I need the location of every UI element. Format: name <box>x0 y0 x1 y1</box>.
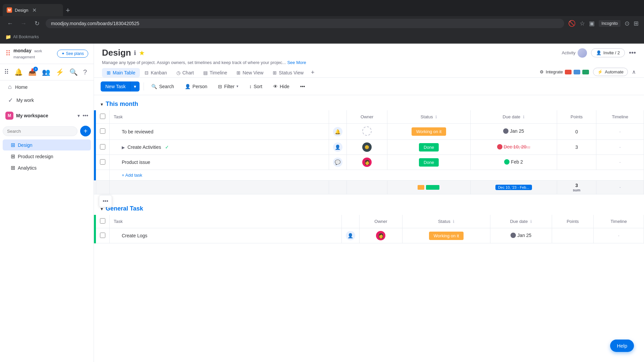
general-row-1-due-date-cell[interactable]: Jan 25 <box>490 228 552 243</box>
profile-icon[interactable]: ⊙ <box>625 20 630 27</box>
new-task-button[interactable]: New Task ▾ <box>101 81 140 92</box>
row-3-task-cell[interactable]: Product issue <box>110 155 329 170</box>
row-checkbox-cell[interactable] <box>96 155 110 170</box>
general-due-info-icon[interactable]: ℹ <box>530 219 532 224</box>
row-2-timeline-cell[interactable]: - <box>596 140 644 155</box>
row-3-timeline-cell[interactable]: - <box>596 155 644 170</box>
general-checkbox-header[interactable] <box>96 215 110 228</box>
general-row-1-task-cell[interactable]: Create Logs <box>110 228 342 243</box>
board-item-design[interactable]: ⊞ Design <box>3 139 91 150</box>
integrate-button[interactable]: ⚙ Integrate <box>540 69 589 74</box>
row-3-points-cell[interactable] <box>557 155 596 170</box>
add-task-row[interactable]: + Add task <box>94 170 644 181</box>
row-1-owner-cell[interactable] <box>346 124 387 140</box>
help-icon[interactable]: ? <box>83 68 87 76</box>
row-2-status-cell[interactable]: Done <box>387 140 470 155</box>
see-more-link[interactable]: See More <box>287 60 306 65</box>
collapse-icon[interactable]: ∧ <box>632 69 636 75</box>
tab-chart[interactable]: ◷ Chart <box>172 68 199 77</box>
board-info-icon[interactable]: ℹ <box>134 49 136 57</box>
row-1-task-cell[interactable]: To be reviewed <box>110 124 329 140</box>
tab-status-view[interactable]: ⊞ Status View <box>268 68 308 77</box>
row-2-checkbox[interactable] <box>100 144 105 149</box>
board-item-product-redesign[interactable]: ⊞ Product redesign <box>3 151 91 162</box>
apps-icon[interactable]: ⠿ <box>4 68 9 76</box>
tab-timeline[interactable]: ▤ Timeline <box>199 68 232 77</box>
tab-kanban[interactable]: ⊟ Kanban <box>140 68 171 77</box>
integration-icon[interactable]: ⚡ <box>56 68 64 76</box>
workspace-chevron-icon[interactable]: ▾ <box>77 113 80 118</box>
row-2-due-date-cell[interactable]: Dec 10, 20... <box>470 140 557 155</box>
general-row-1-owner-cell[interactable]: 👩 <box>359 228 402 243</box>
help-button[interactable]: Help <box>610 340 634 352</box>
extension-icon[interactable]: ⊞ <box>634 20 639 27</box>
checkbox-header[interactable] <box>96 110 110 124</box>
workspace-more-icon[interactable]: ••• <box>83 113 88 119</box>
row-2-points-cell[interactable]: 3 <box>557 140 596 155</box>
row-actions-dots[interactable]: ••• <box>101 197 110 205</box>
row-3-checkbox[interactable] <box>100 159 105 165</box>
all-bookmarks-link[interactable]: All Bookmarks <box>13 35 39 39</box>
add-task-cell[interactable]: + Add task <box>110 170 644 181</box>
row-1-due-date-cell[interactable]: Jan 25 <box>470 124 557 140</box>
row-1-status-cell[interactable]: Working on it <box>387 124 470 140</box>
sort-button[interactable]: ↕ Sort <box>246 82 266 91</box>
bell-icon[interactable]: 🔔 <box>14 68 23 76</box>
general-row-1-status-cell[interactable]: Working on it <box>402 228 490 243</box>
row-1-points-cell[interactable]: 0 <box>557 124 596 140</box>
row-2-avatar-icon[interactable]: 👤 <box>333 142 342 152</box>
activity-button[interactable]: Activity <box>562 48 587 58</box>
sidebar-browser-icon[interactable]: ▣ <box>589 20 595 27</box>
tab-main-table[interactable]: ⊞ Main Table <box>102 68 140 77</box>
this-month-chevron-icon[interactable]: ▾ <box>101 102 103 107</box>
sidebar-item-home[interactable]: ⌂ Home <box>3 81 91 93</box>
invite-button[interactable]: 👤 Invite / 2 <box>591 48 625 57</box>
row-2-task-cell[interactable]: ▶ Create Activities ✓ <box>110 140 329 155</box>
row-2-owner-cell[interactable]: 😊 <box>346 140 387 155</box>
forward-button[interactable]: → <box>19 20 28 27</box>
row-2-expand-icon[interactable]: ▶ <box>122 145 125 150</box>
reload-button[interactable]: ↻ <box>32 20 42 27</box>
row-3-owner-cell[interactable]: 👩 <box>346 155 387 170</box>
row-checkbox-cell[interactable] <box>96 124 110 140</box>
tab-close-button[interactable]: ✕ <box>32 7 37 13</box>
row-3-due-date-cell[interactable]: Feb 2 <box>470 155 557 170</box>
workspace-header[interactable]: M My workspace ▾ ••• <box>5 110 88 122</box>
sidebar-item-mywork[interactable]: ✓ My work <box>3 94 91 107</box>
hide-button[interactable]: 👁 Hide <box>270 82 293 91</box>
back-button[interactable]: ← <box>5 20 15 27</box>
new-task-arrow-icon[interactable]: ▾ <box>130 81 140 92</box>
inbox-icon[interactable]: 📥3 <box>28 68 37 76</box>
bookmark-icon[interactable]: ☆ <box>580 20 585 27</box>
status-info-icon[interactable]: ℹ <box>435 115 437 119</box>
general-row-1-timeline-cell[interactable]: - <box>594 228 644 243</box>
more-options-button[interactable]: ••• <box>297 82 309 91</box>
filter-button[interactable]: ⊟ Filter ▾ <box>215 82 242 91</box>
due-date-info-icon[interactable]: ℹ <box>523 115 525 119</box>
general-status-info-icon[interactable]: ℹ <box>453 219 454 224</box>
automate-button[interactable]: ⚡ Automate <box>593 68 628 76</box>
people-icon[interactable]: 👥 <box>42 68 50 76</box>
select-all-checkbox[interactable] <box>100 114 105 119</box>
address-bar-input[interactable] <box>46 19 564 28</box>
general-row-1-checkbox[interactable] <box>100 233 105 238</box>
browser-tab-active[interactable]: M Design ✕ <box>3 4 63 16</box>
sidebar-add-button[interactable]: + <box>80 126 91 136</box>
tab-new-view[interactable]: ⊞ New View <box>232 68 268 77</box>
sidebar-search-input[interactable] <box>3 126 77 136</box>
general-row-1-points-cell[interactable] <box>552 228 593 243</box>
general-select-all-checkbox[interactable] <box>100 218 105 224</box>
row-1-checkbox[interactable] <box>100 128 105 134</box>
add-view-button[interactable]: + <box>308 68 317 77</box>
row-checkbox-cell[interactable] <box>96 140 110 155</box>
general-row-checkbox-cell[interactable] <box>96 228 110 243</box>
search-topbar-icon[interactable]: 🔍 <box>69 68 78 76</box>
row-1-timeline-cell[interactable]: - <box>596 124 644 140</box>
board-item-analytics[interactable]: ⊞ Analytics <box>3 162 91 173</box>
new-tab-button[interactable]: + <box>63 5 73 16</box>
this-month-title[interactable]: This month <box>106 101 138 108</box>
search-button[interactable]: 🔍 Search <box>148 82 177 91</box>
person-button[interactable]: 👤 Person <box>181 82 211 91</box>
row-3-status-cell[interactable]: Done <box>387 155 470 170</box>
see-plans-button[interactable]: ✦ See plans <box>57 50 88 58</box>
